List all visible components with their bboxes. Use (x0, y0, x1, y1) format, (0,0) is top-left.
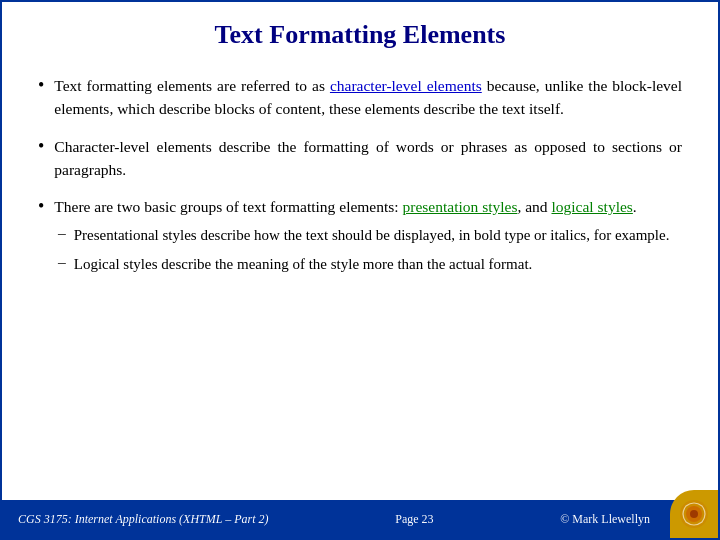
footer-right-text: © Mark Llewellyn (560, 512, 650, 527)
sub-bullet-item-1: – Presentational styles describe how the… (58, 224, 669, 247)
bullet-dot-1: • (38, 75, 44, 96)
bullet-dot-2: • (38, 136, 44, 157)
bullet-text-1: Text formatting elements are referred to… (54, 74, 682, 121)
logo-icon (676, 496, 712, 532)
sub-bullet-text-2: Logical styles describe the meaning of t… (74, 253, 533, 276)
slide-content: • Text formatting elements are referred … (2, 60, 718, 500)
bullet-text-3: There are two basic groups of text forma… (54, 195, 636, 218)
slide-footer: CGS 3175: Internet Applications (XHTML –… (2, 500, 718, 538)
slide-header: Text Formatting Elements (2, 2, 718, 60)
sub-bullet-text-1: Presentational styles describe how the t… (74, 224, 670, 247)
footer-logo (670, 490, 718, 538)
svg-point-2 (690, 510, 698, 518)
link-logical-styles[interactable]: logical styles (551, 198, 632, 215)
bullet-item-3: • There are two basic groups of text for… (38, 195, 682, 275)
sub-bullet-item-2: – Logical styles describe the meaning of… (58, 253, 669, 276)
slide: Text Formatting Elements • Text formatti… (0, 0, 720, 540)
sub-bullets: – Presentational styles describe how the… (58, 224, 669, 275)
sub-bullet-dash-2: – (58, 253, 66, 271)
footer-center-text: Page 23 (395, 512, 433, 527)
link-character-level-elements[interactable]: character-level elements (330, 77, 482, 94)
bullet-dot-3: • (38, 196, 44, 217)
footer-left-text: CGS 3175: Internet Applications (XHTML –… (18, 512, 269, 527)
bullet-text-2: Character-level elements describe the fo… (54, 135, 682, 182)
bullet-item-1: • Text formatting elements are referred … (38, 74, 682, 121)
bullet-item-2: • Character-level elements describe the … (38, 135, 682, 182)
slide-title: Text Formatting Elements (32, 20, 688, 50)
link-presentation-styles[interactable]: presentation styles (403, 198, 518, 215)
sub-bullet-dash-1: – (58, 224, 66, 242)
